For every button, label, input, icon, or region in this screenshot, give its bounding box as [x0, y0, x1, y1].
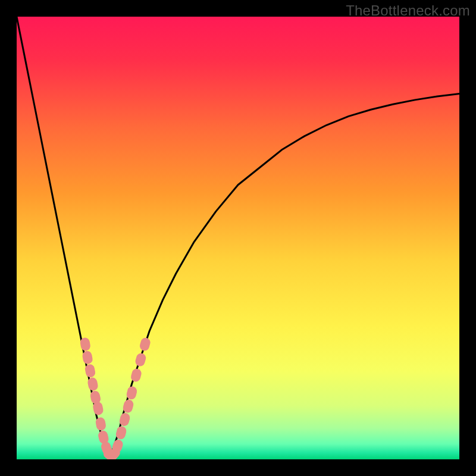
watermark-text: TheBottleneck.com [346, 2, 470, 19]
outer-frame: TheBottleneck.com [0, 0, 476, 476]
plot-area [17, 17, 459, 459]
gradient-background [17, 17, 459, 459]
bottleneck-chart [17, 17, 459, 459]
